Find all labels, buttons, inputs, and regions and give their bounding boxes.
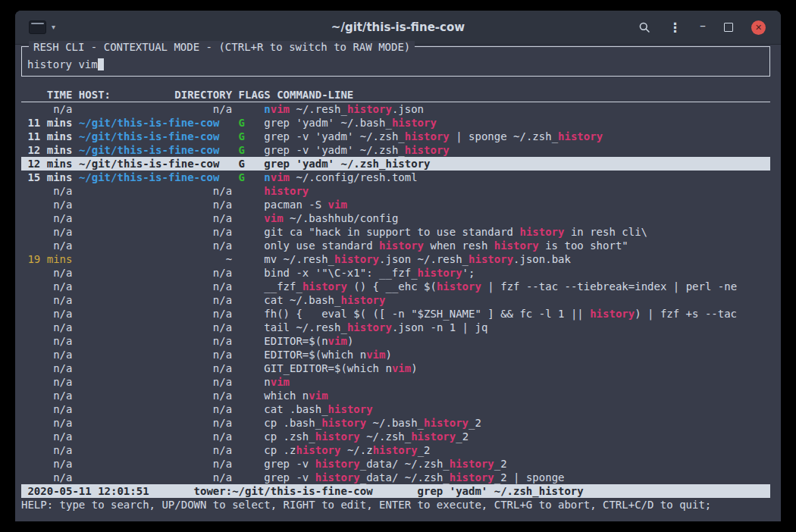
history-row[interactable]: n/a n/a cat ~/.bash_history bbox=[21, 293, 770, 307]
spacer bbox=[21, 77, 770, 89]
history-row[interactable]: n/a n/a nvim ~/.resh_history.json bbox=[21, 102, 770, 116]
history-row[interactable]: n/a n/a GIT_EDITOR=$(which nvim) bbox=[21, 361, 770, 375]
history-row[interactable]: n/a n/a bind -x '"\C-x1": __fzf_history'… bbox=[21, 266, 770, 280]
history-row[interactable]: n/a n/a grep -v history_data/ ~/.zsh_his… bbox=[21, 471, 770, 484]
search-button[interactable] bbox=[638, 21, 650, 33]
table-header: TIME HOST: DIRECTORY FLAGS COMMAND-LINE bbox=[21, 89, 770, 102]
search-input[interactable]: history vim bbox=[27, 58, 769, 71]
history-row[interactable]: n/a n/a nvim bbox=[21, 375, 770, 389]
history-list: n/a n/a nvim ~/.resh_history.json 11 min… bbox=[21, 102, 770, 484]
kebab-menu-icon: ⋮ bbox=[669, 21, 682, 34]
help-line: HELP: type to search, UP/DOWN to select,… bbox=[21, 498, 770, 512]
search-icon bbox=[638, 21, 650, 33]
history-row[interactable]: n/a n/a git ca "hack in support to use s… bbox=[21, 225, 770, 239]
close-button[interactable]: ✕ bbox=[751, 20, 766, 35]
history-row[interactable]: 15 mins ~/git/this-is-fine-cow G nvim ~/… bbox=[21, 171, 770, 184]
history-row[interactable]: n/a n/a fh() { eval $( ([ -n "$ZSH_NAME"… bbox=[21, 307, 770, 321]
minimize-button[interactable]: – bbox=[700, 20, 706, 32]
history-row[interactable]: n/a n/a pacman -S vim bbox=[21, 198, 770, 211]
history-row[interactable]: 11 mins ~/git/this-is-fine-cow G grep -v… bbox=[21, 130, 770, 143]
text-cursor bbox=[98, 58, 105, 70]
history-row[interactable]: n/a n/a history bbox=[21, 184, 770, 198]
history-row[interactable]: n/a n/a EDITOR=$(which nvim) bbox=[21, 348, 770, 361]
history-row[interactable]: n/a n/a cat .bash_history bbox=[21, 402, 770, 416]
titlebar[interactable]: ▾ ~/git/this-is-fine-cow ⋮ – bbox=[15, 11, 781, 45]
history-row[interactable]: n/a n/a cp .bash_history ~/.bash_history… bbox=[21, 416, 770, 430]
close-icon: ✕ bbox=[755, 23, 762, 32]
unmaximize-icon bbox=[724, 23, 733, 32]
history-row[interactable]: 12 mins ~/git/this-is-fine-cow G grep -v… bbox=[21, 143, 770, 157]
terminal-screen[interactable]: RESH CLI - CONTEXTUAL MODE - (CTRL+R to … bbox=[15, 45, 781, 521]
new-terminal-button[interactable]: ▾ bbox=[29, 20, 55, 34]
history-row[interactable]: n/a n/a tail ~/.resh_history.json -n 1 |… bbox=[21, 321, 770, 334]
menu-button[interactable]: ⋮ bbox=[669, 21, 682, 34]
search-query-text: history vim bbox=[27, 58, 98, 71]
history-row[interactable]: n/a n/a vim ~/.bashhub/config bbox=[21, 211, 770, 225]
resh-mode-title: RESH CLI - CONTEXTUAL MODE - (CTRL+R to … bbox=[29, 41, 415, 53]
history-row[interactable]: n/a n/a cp .zhistory ~/.zhistory_2 bbox=[21, 443, 770, 457]
history-row[interactable]: n/a n/a __fzf_history () { __ehc $(histo… bbox=[21, 280, 770, 293]
new-terminal-icon bbox=[29, 20, 46, 34]
history-row[interactable]: n/a n/a which nvim bbox=[21, 389, 770, 402]
status-bar: 2020-05-11 12:01:51 tower:~/git/this-is-… bbox=[21, 484, 770, 498]
history-row[interactable]: n/a n/a EDITOR=$(nvim) bbox=[21, 334, 770, 348]
history-row[interactable]: 11 mins ~/git/this-is-fine-cow G grep 'y… bbox=[21, 116, 770, 130]
history-row[interactable]: 19 mins ~ mv ~/.resh_history.json ~/.res… bbox=[21, 252, 770, 266]
desktop-background: ▾ ~/git/this-is-fine-cow ⋮ – bbox=[0, 0, 796, 532]
minimize-icon: – bbox=[700, 20, 706, 32]
resh-search-box: RESH CLI - CONTEXTUAL MODE - (CTRL+R to … bbox=[21, 46, 770, 77]
history-row[interactable]: n/a n/a grep -v history_data/ ~/.zsh_his… bbox=[21, 457, 770, 471]
history-row[interactable]: n/a n/a cp .zsh_history ~/.zsh_history_2 bbox=[21, 430, 770, 443]
history-row[interactable]: 12 mins ~/git/this-is-fine-cow G grep 'y… bbox=[21, 157, 770, 171]
terminal-window: ▾ ~/git/this-is-fine-cow ⋮ – bbox=[15, 11, 781, 521]
dropdown-caret-icon: ▾ bbox=[52, 23, 55, 31]
history-row[interactable]: n/a n/a only use standard history when r… bbox=[21, 239, 770, 252]
unmaximize-button[interactable] bbox=[724, 23, 733, 32]
